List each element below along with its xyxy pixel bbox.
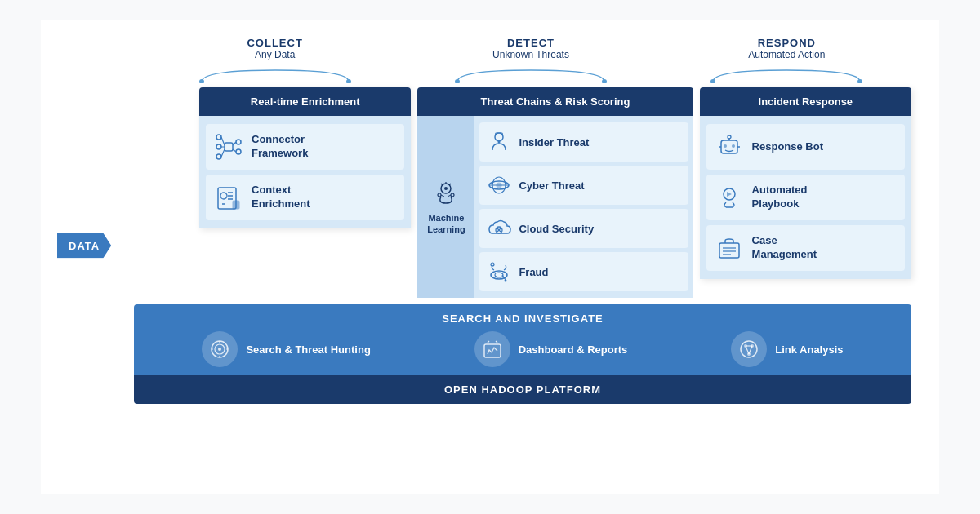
svg-point-6 [216, 135, 221, 140]
svg-rect-11 [225, 143, 233, 151]
svg-point-5 [858, 79, 862, 83]
case-management-item: CaseManagement [706, 225, 905, 271]
search-threat-hunting-item: Search & Threat Hunting [202, 331, 370, 367]
collect-header: Real-time Enrichment [199, 87, 411, 116]
insider-threat-item: Insider Threat [479, 122, 688, 162]
search-threat-hunting-icon [202, 331, 238, 367]
automated-playbook-item: AutomatedPlaybook [706, 175, 905, 220]
svg-point-52 [728, 135, 731, 139]
link-analysis-icon [731, 331, 767, 367]
context-enrichment-text: ContextEnrichment [252, 184, 310, 211]
svg-rect-57 [719, 243, 739, 258]
columns-area: Real-time Enrichment [196, 87, 915, 298]
svg-line-76 [746, 346, 749, 354]
automated-playbook-text: AutomatedPlaybook [752, 184, 808, 211]
cyber-threat-item: Cyber Threat [479, 166, 688, 205]
svg-line-28 [441, 195, 444, 197]
dashboard-reports-text: Dashboard & Reports [519, 343, 628, 356]
respond-body: Response Bot A [700, 116, 911, 279]
fraud-text: Fraud [519, 266, 548, 278]
curve-detect [403, 69, 658, 83]
case-management-icon [715, 233, 744, 263]
fraud-item: Fraud [479, 252, 688, 291]
search-section: SEARCH AND INVESTIGATE [134, 304, 911, 375]
svg-point-2 [455, 79, 460, 83]
hadoop-text: OPEN HADOOP PLATFORM [150, 383, 895, 396]
search-threat-hunting-text: Search & Threat Hunting [246, 343, 370, 356]
svg-point-1 [346, 79, 351, 83]
svg-point-8 [216, 154, 221, 159]
svg-point-47 [505, 280, 507, 282]
hadoop-section: OPEN HADOOP PLATFORM [134, 375, 911, 404]
svg-point-9 [236, 140, 241, 144]
collect-body: ConnectorFramework [199, 116, 411, 228]
svg-point-7 [216, 144, 221, 149]
svg-point-3 [602, 79, 607, 83]
detect-header: Threat Chains & Risk Scoring [417, 87, 693, 116]
svg-line-77 [749, 346, 752, 354]
respond-column: Incident Response [700, 87, 911, 279]
dashboard-reports-icon [474, 331, 510, 367]
automated-playbook-icon [715, 183, 744, 212]
ml-icon [431, 179, 461, 208]
curve-collect [147, 69, 403, 83]
data-arrow: DATA [57, 233, 111, 259]
case-management-text: CaseManagement [752, 234, 817, 262]
diagram-container: COLLECT Any Data DETECT Unknown Threats … [41, 20, 939, 494]
detect-items: Insider Threat [474, 116, 693, 298]
svg-line-69 [488, 341, 489, 343]
svg-point-44 [495, 273, 503, 277]
svg-point-0 [199, 79, 204, 83]
svg-point-27 [451, 193, 454, 197]
svg-line-12 [221, 137, 225, 145]
svg-point-10 [236, 149, 241, 154]
cloud-security-text: Cloud Security [519, 223, 594, 235]
response-bot-item: Response Bot [706, 124, 905, 170]
detect-column: Threat Chains & Risk Scoring [417, 87, 693, 298]
top-labels: COLLECT Any Data DETECT Unknown Threats … [65, 37, 915, 60]
respond-label: RESPOND Automated Action [659, 37, 915, 60]
svg-line-14 [221, 149, 225, 157]
cyber-threat-text: Cyber Threat [519, 179, 584, 192]
svg-point-18 [220, 193, 227, 199]
svg-line-70 [496, 341, 497, 343]
svg-point-25 [444, 187, 448, 190]
fraud-icon [486, 259, 512, 285]
ml-text: MachineLearning [427, 213, 465, 234]
response-bot-text: Response Bot [752, 140, 823, 154]
cyber-threat-icon [486, 172, 512, 198]
connector-framework-text: ConnectorFramework [252, 133, 308, 161]
svg-point-63 [218, 348, 221, 351]
search-items: Search & Threat Hunting Dashboard & Repo… [150, 331, 895, 367]
search-title: SEARCH AND INVESTIGATE [150, 312, 895, 325]
svg-point-33 [495, 133, 503, 141]
link-analysis-text: Link Analysis [775, 343, 843, 356]
curve-respond [659, 69, 915, 83]
svg-point-4 [710, 79, 715, 83]
svg-point-50 [732, 144, 735, 148]
context-icon [214, 183, 243, 212]
collect-column: Real-time Enrichment [199, 87, 411, 228]
connector-icon [214, 132, 243, 162]
collect-label: COLLECT Any Data [147, 37, 403, 60]
cloud-security-item: Cloud Security [479, 209, 688, 248]
detect-body: MachineLearning [417, 116, 693, 298]
connector-framework-item: ConnectorFramework [206, 124, 404, 170]
detect-label: DETECT Unknown Threats [403, 37, 658, 60]
svg-line-16 [233, 149, 236, 152]
svg-point-26 [438, 193, 441, 197]
cloud-security-icon [486, 215, 512, 241]
insider-threat-text: Insider Threat [519, 136, 589, 148]
main-area: DATA Real-time Enrichment [131, 87, 915, 404]
dashboard-reports-item: Dashboard & Reports [474, 331, 628, 367]
ml-section: MachineLearning [417, 116, 474, 298]
response-bot-icon [715, 132, 744, 162]
svg-line-29 [448, 195, 451, 197]
svg-point-49 [724, 144, 727, 148]
insider-threat-icon [486, 129, 512, 155]
respond-header: Incident Response [700, 87, 911, 116]
svg-rect-23 [233, 201, 239, 209]
link-analysis-item: Link Analysis [731, 331, 843, 367]
svg-line-31 [449, 184, 451, 185]
context-enrichment-item: ContextEnrichment [206, 175, 404, 220]
